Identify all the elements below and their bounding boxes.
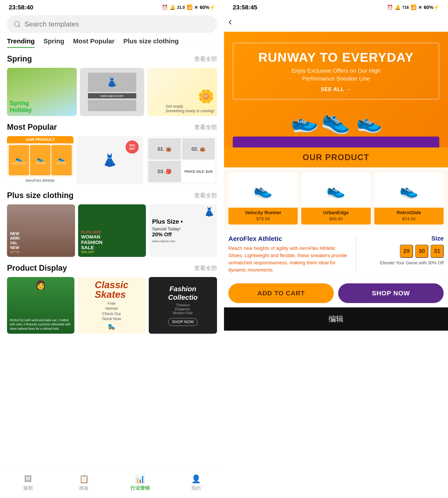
plus-size-title-text: Plus Size •	[152, 218, 214, 225]
brand-desc-text: Reach new heights of agility with AeroFl…	[228, 245, 349, 273]
size-selector: Size 29 30 31 Elevate Your Game with 30%…	[363, 235, 444, 273]
plus-size-grid: NEWARRIVALNEW UP TO PLUS SIZE WOMANFASHI…	[7, 204, 217, 257]
templates-icon: 📋	[79, 474, 89, 483]
platform-base	[233, 137, 439, 147]
our-product-header: OUR PRODUCT	[224, 147, 448, 167]
list-item[interactable]: 👩 Perfect for both work and daily use. C…	[7, 277, 74, 334]
product-card-urbanedge[interactable]: 👟 UrbanEdge $89.95	[301, 173, 370, 225]
fashion-collection-title: FashionCollectio	[168, 285, 197, 302]
edit-bar[interactable]: 编辑	[224, 307, 448, 331]
list-item[interactable]: FashionCollectio TimelessElegance,Modern…	[149, 277, 217, 334]
classic-skates-title: ClassicSkates	[95, 280, 128, 299]
tab-spring[interactable]: Spring	[44, 37, 64, 48]
urbanedge-name: UrbanEdge	[304, 210, 368, 216]
list-item[interactable]: SpringHoliday	[7, 68, 77, 116]
product-display-grid: 👩 Perfect for both work and daily use. C…	[7, 277, 217, 334]
nav-label-marketing: 行业营销	[130, 485, 150, 491]
product-display-1-text: Perfect for both work and daily use. Cra…	[10, 318, 72, 331]
add-to-cart-button[interactable]: ADD TO CART	[228, 283, 334, 303]
list-item[interactable]: OUR PRODUCT 👟 Velocity Runner 👟 UrbanEdg…	[7, 136, 74, 184]
most-popular-view-all[interactable]: 查看全部	[194, 123, 217, 131]
list-item[interactable]: NEWARRIVALNEW UP TO	[7, 204, 75, 257]
plus-size-title: Plus size clothing	[7, 191, 74, 200]
shoe-purple-icon: 👟	[355, 109, 383, 135]
size-btn-30[interactable]: 30	[415, 245, 428, 258]
back-button[interactable]: ‹	[224, 13, 448, 32]
list-item[interactable]: 👗 30% OFF	[77, 136, 143, 184]
right-status-icons: ⏰ 🔔 716 📶 ✕ 60%⚡	[387, 5, 439, 10]
divider	[356, 235, 356, 273]
tab-plus-size[interactable]: Plus size clothing	[123, 37, 179, 48]
popular-1-shoes: 👟 Velocity Runner 👟 UrbanEdge 👟 RetroGli…	[7, 143, 74, 177]
velocity-runner-name: Velocity Runner	[231, 210, 296, 216]
nav-item-marketing[interactable]: 📊 行业营销	[112, 474, 168, 491]
product-display-header: Product Display 查看全部	[7, 263, 217, 273]
popular-1-header-text: OUR PRODUCT	[7, 136, 74, 143]
product-display-view-all[interactable]: 查看全部	[194, 264, 217, 272]
shoe-box-3: 👟 RetroGlide	[51, 145, 72, 175]
spring-lovely-text: Get ready,Something lovely is coming!	[166, 104, 214, 113]
search-input[interactable]	[25, 20, 210, 28]
plus-new-arrival-text: NEWARRIVALNEW	[10, 231, 72, 250]
left-status-bar: 23:58:40 ⏰ 🔔 21.0 📶 ✕ 60%⚡	[0, 0, 224, 13]
tab-most-popular[interactable]: Most Popular	[73, 37, 115, 48]
spring-title: Spring	[7, 54, 32, 64]
most-popular-section: Most Popular 查看全部 OUR PRODUCT 👟 Velocity…	[0, 123, 224, 191]
our-product-title: OUR PRODUCT	[303, 153, 369, 162]
right-panel: 23:58:45 ⏰ 🔔 716 📶 ✕ 60%⚡ ‹ RUNWAY TO EV…	[224, 0, 448, 498]
hero-subtitle: Enjoy Exclusive Offers on Our High Perfo…	[242, 67, 430, 83]
spring-section: Spring 查看全部 SpringHoliday 👗 www.capcut.c…	[0, 54, 224, 123]
list-item[interactable]: PLUS SIZE WOMANFASHIONSALE 30% OFF	[78, 204, 146, 257]
mine-icon: 👤	[191, 474, 201, 483]
search-bar[interactable]	[7, 15, 217, 33]
size-btn-29[interactable]: 29	[400, 245, 413, 258]
plus-size-section: Plus size clothing 查看全部 NEWARRIVALNEW UP…	[0, 191, 224, 263]
hero-shoes-visual: 👟 👟 👟	[233, 106, 439, 147]
spring-template-grid: SpringHoliday 👗 www.capcut.com 🌼 Get rea…	[7, 68, 217, 116]
category-tabs: Trending Spring Most Popular Plus size c…	[0, 37, 224, 48]
svg-point-0	[15, 21, 19, 27]
list-item[interactable]: 🌼 Get ready,Something lovely is coming!	[147, 68, 217, 116]
retroglide-price: $74.95	[376, 216, 441, 222]
urbanedge-img: 👟	[301, 173, 370, 208]
nav-label-mine: 我的	[191, 485, 201, 491]
shoe-pink-icon: 👟	[319, 104, 354, 137]
list-item[interactable]: Plus Size • Special Today! 20% Off www.c…	[149, 204, 217, 257]
search-icon	[14, 20, 21, 28]
shop-now-cta[interactable]: SHOP NOW	[168, 318, 197, 326]
right-status-bar: 23:58:45 ⏰ 🔔 716 📶 ✕ 60%⚡	[224, 0, 448, 13]
action-buttons-row: ADD TO CART SHOP NOW	[224, 279, 448, 307]
nav-item-templates[interactable]: 📋 模板	[56, 474, 112, 491]
hero-see-all[interactable]: SEE ALL →	[242, 86, 430, 92]
spring-view-all[interactable]: 查看全部	[194, 55, 217, 63]
product-card-velocity[interactable]: 👟 Velocity Runner $79.99	[228, 173, 298, 225]
list-item[interactable]: 01. 👜 02. 👜 03. 🎒 PROCE SALE: $145	[146, 136, 217, 184]
retroglide-img: 👟	[374, 173, 444, 208]
list-item[interactable]: ClassicSkates FreeHelmetCheck OurStock N…	[78, 277, 146, 334]
velocity-runner-price: $79.99	[231, 216, 296, 222]
list-item[interactable]: 👗 www.capcut.com	[80, 68, 144, 116]
popular-1-brand: AeroFlex Athletic	[7, 177, 74, 184]
size-promo: Elevate Your Game with 30% Off	[380, 260, 444, 265]
shoe-box-1: 👟 Velocity Runner	[9, 145, 29, 175]
left-panel: 23:58:40 ⏰ 🔔 21.0 📶 ✕ 60%⚡ Trending Spri…	[0, 0, 224, 498]
shop-now-button[interactable]: SHOP NOW	[338, 283, 444, 303]
plus-size-header: Plus size clothing 查看全部	[7, 191, 217, 200]
marketing-icon: 📊	[135, 474, 145, 483]
nav-label-retouching: 修图	[23, 485, 33, 491]
hero-title: RUNWAY TO EVERYDAY	[242, 50, 430, 64]
product-card-retroglide[interactable]: 👟 RetroGlide $74.95	[374, 173, 444, 225]
shoe-red-icon: 👟	[287, 105, 320, 137]
urbanedge-price: $89.95	[304, 216, 368, 222]
size-buttons-group: 29 30 31	[400, 245, 444, 258]
discount-badge: 30% OFF	[126, 141, 139, 154]
hero-banner: RUNWAY TO EVERYDAY Enjoy Exclusive Offer…	[224, 32, 448, 147]
product-price: PROCE SALE: $145	[182, 161, 215, 182]
nav-item-retouching[interactable]: 🖼 修图	[0, 474, 56, 491]
product-display-section: Product Display 查看全部 👩 Perfect for both …	[0, 263, 224, 340]
nav-item-mine[interactable]: 👤 我的	[168, 474, 224, 491]
tab-trending[interactable]: Trending	[7, 37, 35, 48]
nav-label-templates: 模板	[79, 485, 89, 491]
size-btn-31[interactable]: 31	[431, 245, 444, 258]
plus-size-view-all[interactable]: 查看全部	[194, 192, 217, 199]
